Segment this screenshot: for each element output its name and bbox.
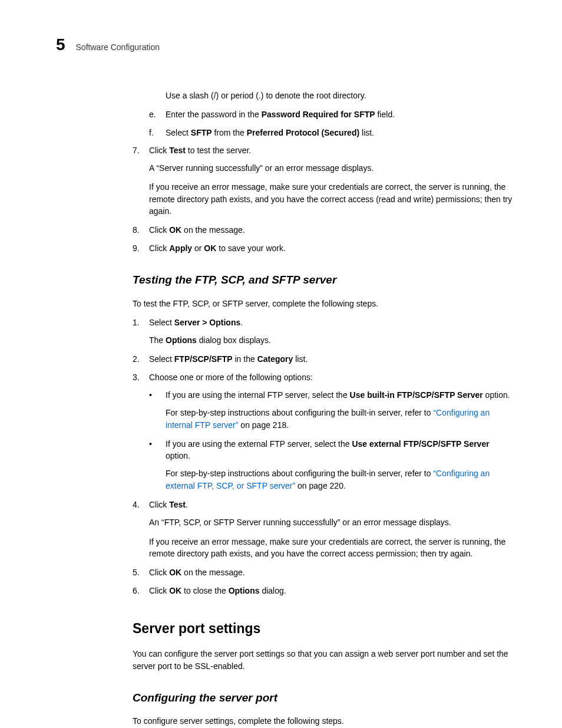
num-list-2: 1. Select Server > Options. The Options … <box>133 317 515 597</box>
list-marker: 1. <box>133 317 149 328</box>
list-text: Click Test. <box>149 499 515 510</box>
step-4-note-1: An “FTP, SCP, or SFTP Server running suc… <box>149 516 515 528</box>
list-text: Choose one or more of the following opti… <box>149 371 515 383</box>
step-1-note: The Options dialog box displays. <box>149 334 515 346</box>
list-text: Click OK on the message. <box>149 566 515 578</box>
list-marker: 5. <box>133 566 149 578</box>
chapter-title: Software Configuration <box>76 42 160 52</box>
list-text: Click OK on the message. <box>149 224 515 236</box>
list-text: Select SFTP from the Preferred Protocol … <box>166 127 515 139</box>
sub-d-note: Use a slash (/) or period (.) to denote … <box>166 90 515 101</box>
intro-text: To configure server settings, complete t… <box>133 715 515 727</box>
list-marker: 6. <box>133 585 149 597</box>
bullet-list: • If you are using the internal FTP serv… <box>149 389 515 492</box>
list-marker: 3. <box>133 371 149 383</box>
list-marker: 7. <box>133 144 149 156</box>
step-7: 7. Click Test to test the server. <box>133 144 515 156</box>
bullet-icon: • <box>149 389 166 401</box>
step-4: 4. Click Test. <box>133 499 515 510</box>
step-5: 5. Click OK on the message. <box>133 566 515 578</box>
step-6: 6. Click OK to close the Options dialog. <box>133 585 515 597</box>
step-4-note-2: If you receive an error message, make su… <box>149 536 515 560</box>
bullet-text: If you are using the internal FTP server… <box>166 389 515 401</box>
chapter-number: 5 <box>56 35 65 54</box>
step-8: 8. Click OK on the message. <box>133 224 515 236</box>
bullet-2-note: For step-by-step instructions about conf… <box>166 467 515 492</box>
step-7-note-1: A “Server running successfully” or an er… <box>149 162 515 174</box>
list-marker: e. <box>149 108 166 120</box>
step-2: 2. Select FTP/SCP/SFTP in the Category l… <box>133 353 515 365</box>
list-marker: 4. <box>133 499 149 510</box>
heading-server-port-settings: Server port settings <box>133 619 515 638</box>
list-text: Select Server > Options. <box>149 317 515 328</box>
heading-testing-server: Testing the FTP, SCP, and SFTP server <box>133 272 515 288</box>
sub-list: Use a slash (/) or period (.) to denote … <box>149 90 515 139</box>
bullet-1-note: For step-by-step instructions about conf… <box>166 407 515 431</box>
page: 5 Software Configuration Use a slash (/)… <box>0 0 562 728</box>
list-marker: 8. <box>133 224 149 236</box>
bullet-text: If you are using the external FTP server… <box>166 438 515 462</box>
num-list: 7. Click Test to test the server. A “Ser… <box>133 144 515 254</box>
intro-text: You can configure the server port settin… <box>133 648 515 672</box>
list-text: Enter the password in the Password Requi… <box>166 108 515 120</box>
list-text: Click Apply or OK to save your work. <box>149 242 515 254</box>
step-7-note-2: If you receive an error message, make su… <box>149 181 515 217</box>
list-text: Click OK to close the Options dialog. <box>149 585 515 597</box>
step-1: 1. Select Server > Options. <box>133 317 515 328</box>
sub-item-f: f. Select SFTP from the Preferred Protoc… <box>149 127 515 139</box>
bullet-icon: • <box>149 438 166 462</box>
heading-configuring-server-port: Configuring the server port <box>133 690 515 706</box>
list-marker: 9. <box>133 242 149 254</box>
intro-text: To test the FTP, SCP, or SFTP server, co… <box>133 298 515 309</box>
list-marker: 2. <box>133 353 149 365</box>
list-marker: f. <box>149 127 166 139</box>
sub-item-e: e. Enter the password in the Password Re… <box>149 108 515 120</box>
step-9: 9. Click Apply or OK to save your work. <box>133 242 515 254</box>
page-body: Use a slash (/) or period (.) to denote … <box>133 90 515 727</box>
list-text: Click Test to test the server. <box>149 144 515 156</box>
bullet-1: • If you are using the internal FTP serv… <box>149 389 515 401</box>
page-header: 5 Software Configuration <box>56 35 515 54</box>
list-text: Select FTP/SCP/SFTP in the Category list… <box>149 353 515 365</box>
step-3: 3. Choose one or more of the following o… <box>133 371 515 383</box>
bullet-2: • If you are using the external FTP serv… <box>149 438 515 462</box>
